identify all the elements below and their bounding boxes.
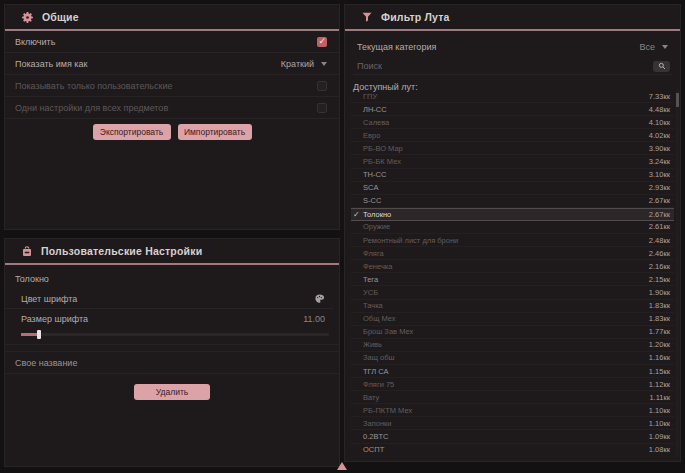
general-panel-title: Общие [42, 11, 79, 23]
loot-item-name: 0.2BTC [363, 432, 388, 441]
export-import-buttons: Экспортировать Импортировать [5, 124, 339, 140]
loot-item-value: 1.77кк [649, 327, 670, 336]
loot-list-item[interactable]: ✓ РБ-БК Мех 3.24кк [351, 155, 674, 168]
loot-item-value: 2.16кк [649, 262, 670, 271]
search-icon[interactable] [653, 61, 670, 72]
loot-item-name: SCA [363, 183, 378, 192]
loot-list-item[interactable]: ✓ Ремонтный лист для брони 2.48кк [351, 234, 674, 247]
loot-list-item[interactable]: ✓ Фенечка 2.16кк [351, 260, 674, 273]
loot-item-name: Тачка [363, 301, 383, 310]
loot-list-item[interactable]: ✓ Оружие 2.61кк [351, 221, 674, 234]
loot-list-item[interactable]: ✓ РБ-ВО Мар 3.90кк [351, 142, 674, 155]
loot-filter-panel: Фильтр Лута Текущая категория Все Доступ… [344, 4, 681, 462]
palette-icon[interactable] [314, 290, 325, 308]
loot-list-item[interactable]: ✓ Тачка 1.83кк [351, 300, 674, 313]
loot-item-name: РБ-ПКТМ Мех [363, 406, 412, 415]
loot-item-value: 1.10кк [649, 419, 670, 428]
enable-checkbox[interactable] [317, 37, 327, 47]
loot-list-item[interactable]: ✓ РБ-ПКТМ Мех 1.10кк [351, 404, 674, 417]
loot-item-name: Евро [363, 131, 380, 140]
same-settings-row: Одни настройки для всех предметов [5, 97, 339, 119]
loot-list-item[interactable]: ✓ ЛН-СС 4.48кк [351, 103, 674, 116]
enable-label: Включить [15, 37, 55, 47]
loot-item-value: 2.67кк [649, 196, 670, 205]
loot-item-value: 1.20кк [649, 340, 670, 349]
same-settings-label: Одни настройки для всех предметов [15, 103, 168, 113]
loot-item-value: 1.83кк [649, 314, 670, 323]
loot-list-item[interactable]: ✓ Вату 1.11кк [351, 391, 674, 404]
loot-item-value: 1.12кк [649, 380, 670, 389]
loot-list-item[interactable]: ✓ SCA 2.93кк [351, 182, 674, 195]
delete-button[interactable]: Удалить [134, 384, 210, 400]
loot-item-value: 1.83кк [649, 301, 670, 310]
loot-item-value: 2.61кк [649, 222, 670, 231]
loot-item-value: 4.48кк [649, 105, 670, 114]
loot-item-value: 4.10кк [649, 118, 670, 127]
category-row: Текущая категория Все [353, 37, 672, 57]
loot-list-item[interactable]: ✓ ОСПТ 1.08кк [351, 444, 674, 456]
loot-list-item[interactable]: ✓ Фляга 2.46кк [351, 247, 674, 260]
gear-icon [21, 11, 34, 24]
loot-item-value: 2.48кк [649, 236, 670, 245]
name-mode-dropdown[interactable]: Краткий [281, 59, 327, 69]
loot-item-name: УСБ [363, 288, 378, 297]
loot-list: ✓ ГПУ 7.33кк ✓ ЛН-СС 4.48кк ✓ Салева 4.1… [351, 90, 674, 456]
loot-list-item[interactable]: ✓ ТН-СС 3.10кк [351, 169, 674, 182]
font-color-row[interactable]: Цвет шрифта [5, 289, 333, 309]
up-arrow-icon[interactable] [337, 462, 347, 470]
loot-item-name: Запонки [363, 419, 392, 428]
loot-filter-header: Фильтр Лута [345, 5, 680, 29]
category-dropdown[interactable]: Все [639, 42, 668, 52]
general-panel: Общие Включить Показать имя как Краткий … [4, 4, 340, 230]
selected-item-name: Толокно [5, 265, 339, 289]
import-button[interactable]: Импортировать [178, 124, 252, 140]
loot-list-item[interactable]: ✓ УСБ 1.90кк [351, 286, 674, 299]
loot-list-item[interactable]: ✓ Салева 4.10кк [351, 116, 674, 129]
loot-item-name: Толокно [363, 210, 391, 219]
loot-list-item[interactable]: ✓ Тега 2.15кк [351, 273, 674, 286]
loot-item-name: Живь [363, 340, 382, 349]
loot-item-value: 2.46кк [649, 249, 670, 258]
loot-item-value: 3.10кк [649, 170, 670, 179]
loot-item-name: РБ-БК Мех [363, 157, 401, 166]
loot-item-value: 3.24кк [649, 157, 670, 166]
loot-list-item[interactable]: ✓ Евро 4.02кк [351, 129, 674, 142]
loot-item-value: 7.33кк [649, 92, 670, 101]
loot-list-item[interactable]: ✓ Толокно 2.67кк [351, 208, 674, 221]
loot-list-item[interactable]: ✓ Защ обш 1.16кк [351, 352, 674, 365]
slider-handle[interactable] [37, 330, 41, 339]
same-settings-checkbox[interactable] [317, 103, 327, 113]
loot-item-name: ГПУ [363, 92, 377, 101]
loot-item-value: 2.93кк [649, 183, 670, 192]
name-mode-value: Краткий [281, 59, 314, 69]
font-size-value: 11.00 [303, 314, 325, 324]
loot-item-name: Ремонтный лист для брони [363, 236, 458, 245]
loot-list-item[interactable]: ✓ Общ Мех 1.83кк [351, 313, 674, 326]
loot-item-name: Фенечка [363, 262, 392, 271]
loot-item-value: 1.10кк [649, 406, 670, 415]
custom-name-input[interactable] [5, 353, 339, 373]
search-row [353, 58, 672, 75]
search-input[interactable] [353, 61, 653, 71]
scrollbar-thumb[interactable] [676, 93, 679, 107]
loot-list-item[interactable]: ✓ Фляги 75 1.12кк [351, 378, 674, 391]
loot-item-name: Защ обш [363, 353, 394, 362]
loot-item-value: 1.09кк [649, 432, 670, 441]
loot-item-name: Салева [363, 118, 389, 127]
font-size-slider[interactable] [21, 333, 329, 336]
user-settings-panel: Пользовательские Настройки Толокно Цвет … [4, 238, 340, 467]
loot-list-item[interactable]: ✓ Запонки 1.10кк [351, 417, 674, 430]
loot-list-item[interactable]: ✓ ГПУ 7.33кк [351, 90, 674, 103]
loot-item-value: 1.11кк [649, 393, 670, 402]
only-custom-checkbox[interactable] [317, 81, 327, 91]
funnel-icon [361, 11, 373, 23]
export-button[interactable]: Экспортировать [93, 124, 171, 140]
loot-list-item[interactable]: ✓ 0.2BTC 1.09кк [351, 430, 674, 443]
loot-item-name: Фляга [363, 249, 384, 258]
only-custom-row: Показывать только пользовательские [5, 75, 339, 97]
loot-list-item[interactable]: ✓ S-CC 2.67кк [351, 195, 674, 208]
loot-list-item[interactable]: ✓ ТГЛ СА 1.15кк [351, 365, 674, 378]
loot-item-value: 2.67кк [649, 210, 670, 219]
loot-list-item[interactable]: ✓ Живь 1.20кк [351, 339, 674, 352]
loot-list-item[interactable]: ✓ Брош Зав Мех 1.77кк [351, 326, 674, 339]
